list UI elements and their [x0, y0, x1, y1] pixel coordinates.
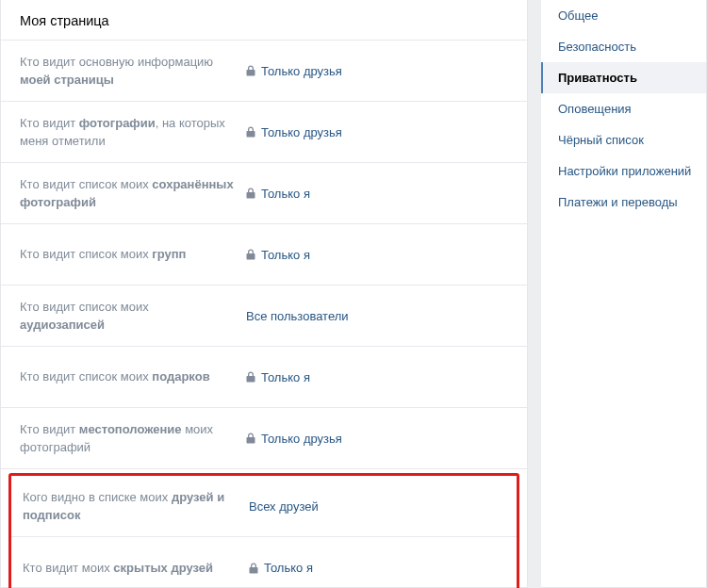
- sidebar-item-4[interactable]: Чёрный список: [541, 124, 706, 155]
- sidebar-item-label: Приватность: [558, 71, 637, 85]
- privacy-row-value[interactable]: Всех друзей: [249, 499, 517, 514]
- privacy-row: Кто видит список моих группТолько я: [1, 224, 527, 286]
- lock-icon: [246, 433, 255, 444]
- sidebar-item-label: Оповещения: [558, 102, 632, 116]
- sidebar-item-label: Чёрный список: [558, 133, 644, 147]
- privacy-row: Кто видит фотографии, на которых меня от…: [1, 102, 527, 163]
- sidebar-item-5[interactable]: Настройки приложений: [541, 155, 706, 187]
- sidebar-item-1[interactable]: Безопасность: [541, 31, 706, 62]
- privacy-row-label: Кто видит список моих подарков: [1, 368, 246, 386]
- sidebar-item-3[interactable]: Оповещения: [541, 93, 706, 124]
- privacy-row-value[interactable]: Только я: [246, 187, 527, 201]
- highlighted-rows: Кого видно в списке моих друзей и подпис…: [8, 473, 519, 588]
- sidebar-item-label: Общее: [558, 8, 599, 23]
- privacy-row-value[interactable]: Только друзья: [246, 432, 527, 446]
- lock-icon: [246, 65, 255, 76]
- privacy-row-label: Кто видит основную информацию моей стран…: [1, 53, 246, 90]
- privacy-row-label: Кто видит моих скрытых друзей: [11, 559, 249, 578]
- privacy-row-label: Кто видит фотографии, на которых меня от…: [1, 114, 246, 151]
- privacy-row-value[interactable]: Только я: [246, 370, 527, 384]
- privacy-row-label: Кто видит список моих сохранённых фотогр…: [1, 175, 246, 212]
- section-title: Моя страница: [1, 0, 527, 41]
- privacy-row: Кто видит моих скрытых друзейТолько я: [11, 537, 517, 588]
- privacy-row-value[interactable]: Только друзья: [246, 64, 527, 78]
- sidebar-item-6[interactable]: Платежи и переводы: [541, 187, 706, 218]
- sidebar-item-0[interactable]: Общее: [541, 0, 706, 31]
- privacy-row-label: Кто видит список моих аудиозаписей: [1, 298, 246, 335]
- privacy-row: Кто видит список моих сохранённых фотогр…: [1, 163, 527, 224]
- privacy-row-label: Кто видит список моих групп: [1, 245, 246, 264]
- privacy-row: Кто видит местоположение моих фотографий…: [1, 408, 527, 469]
- lock-icon: [246, 126, 255, 138]
- privacy-row-value[interactable]: Все пользователи: [246, 309, 527, 323]
- sidebar-item-label: Настройки приложений: [558, 164, 691, 178]
- privacy-row: Кого видно в списке моих друзей и подпис…: [11, 476, 517, 537]
- privacy-row-value[interactable]: Только друзья: [246, 125, 527, 139]
- privacy-row-label: Кто видит местоположение моих фотографий: [1, 420, 246, 457]
- sidebar-item-label: Платежи и переводы: [558, 195, 678, 209]
- lock-icon: [249, 563, 258, 574]
- settings-sidebar: ОбщееБезопасностьПриватностьОповещенияЧё…: [541, 0, 707, 588]
- privacy-row-label: Кого видно в списке моих друзей и подпис…: [11, 488, 249, 525]
- privacy-row: Кто видит список моих подарковТолько я: [1, 347, 527, 408]
- sidebar-item-label: Безопасность: [558, 40, 636, 54]
- privacy-row: Кто видит список моих аудиозаписейВсе по…: [1, 286, 527, 347]
- privacy-row: Кто видит основную информацию моей стран…: [1, 41, 527, 102]
- lock-icon: [246, 188, 255, 199]
- sidebar-item-2[interactable]: Приватность: [541, 62, 706, 93]
- privacy-row-value[interactable]: Только я: [246, 248, 527, 262]
- lock-icon: [246, 371, 255, 383]
- settings-main-panel: Моя страница Кто видит основную информац…: [0, 0, 528, 588]
- lock-icon: [246, 249, 255, 260]
- privacy-row-value[interactable]: Только я: [249, 561, 517, 575]
